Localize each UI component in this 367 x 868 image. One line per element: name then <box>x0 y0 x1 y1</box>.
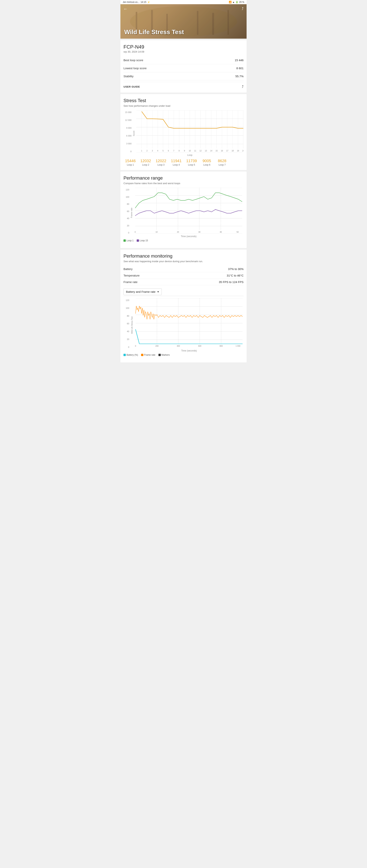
pm-legend-framerate-dot <box>141 354 143 356</box>
status-bar: Jen tísňová vo... 14:15 ⚡ 📶 ▲ 🔋 29 % <box>121 0 246 4</box>
loop-6-label: Loop 6 <box>200 163 214 166</box>
carrier-text: Jen tísňová vo... <box>123 1 139 3</box>
device-date: srp 30, 2024 14:09 <box>124 50 243 53</box>
loop-scores-row: 15446 Loop 1 12032 Loop 2 12022 Loop 3 1… <box>124 159 243 166</box>
hero-nav: ← ⤴ <box>121 6 246 11</box>
loop-item-2: 12032 Loop 2 <box>139 159 153 166</box>
legend-loop1-dot <box>124 240 126 242</box>
pr-y-120: 120 <box>126 189 129 191</box>
share-button[interactable]: ⤴ <box>242 6 243 11</box>
pm-legend-battery: Battery (%) <box>124 353 138 356</box>
battery-percent: 29 % <box>239 1 244 3</box>
performance-monitoring-card: Performance monitoring See what was happ… <box>121 250 246 362</box>
perf-range-legend: Loop 1 Loop 15 <box>124 239 243 242</box>
loop-7-score: 8628 <box>215 159 229 163</box>
loop-1-label: Loop 1 <box>124 163 137 166</box>
svg-rect-6 <box>228 10 229 35</box>
pr-x-axis-label: Time (seconds) <box>134 235 243 238</box>
svg-text:19: 19 <box>237 150 239 152</box>
stress-chart-area: 1 2 3 4 5 6 7 8 9 10 11 12 13 14 15 16 1 <box>136 110 243 156</box>
battery-icon: 🔋 <box>235 1 238 3</box>
pm-y-120: 120 <box>126 299 129 301</box>
status-time: 14:15 <box>140 1 146 3</box>
pr-y-60: 60 <box>127 210 129 213</box>
pr-y-80: 80 <box>127 203 129 205</box>
performance-range-card: Performance range Compare frame rates fr… <box>121 172 246 248</box>
svg-text:18: 18 <box>231 150 234 152</box>
loop-4-label: Loop 4 <box>169 163 183 166</box>
pr-y-axis-label: Frame rate <box>130 208 133 218</box>
svg-text:16: 16 <box>221 150 223 152</box>
framerate-row: Frame rate 35 FPS to 124 FPS <box>124 279 243 285</box>
pm-y-40: 40 <box>127 330 129 333</box>
loop-2-score: 12032 <box>139 159 153 163</box>
result-card: FCP-N49 srp 30, 2024 14:09 Best loop sco… <box>121 40 246 93</box>
lowest-loop-value: 8 601 <box>236 66 243 70</box>
temperature-row: Temperature 31°C to 46°C <box>124 272 243 279</box>
pm-legend: Battery (%) Frame rate Markers <box>124 353 243 356</box>
stress-test-subtitle: See how performance changes under load <box>124 104 243 107</box>
svg-text:15: 15 <box>215 150 218 152</box>
hero-section: ← ⤴ Wild Life Stress Test <box>121 4 246 39</box>
pm-y-80: 80 <box>127 315 129 317</box>
svg-text:9: 9 <box>184 150 185 152</box>
stability-row: Stability 55.7% <box>124 72 243 80</box>
pm-legend-markers: Markers <box>159 353 170 356</box>
svg-text:14: 14 <box>210 150 212 152</box>
pm-y-axis-label: Wild Life Stress Test <box>131 316 133 334</box>
svg-text:8: 8 <box>178 150 180 152</box>
wifi-icon: ▲ <box>232 1 235 3</box>
hero-title: Wild Life Stress Test <box>124 29 184 36</box>
pm-y-0-pm: 0 <box>128 346 129 348</box>
loop-item-1: 15446 Loop 1 <box>124 159 137 166</box>
svg-text:6: 6 <box>168 150 169 152</box>
dropdown-divider <box>124 296 243 296</box>
svg-text:7: 7 <box>173 150 174 152</box>
user-guide-share-icon[interactable]: ⤴ <box>242 85 243 89</box>
svg-text:20: 20 <box>242 150 243 152</box>
svg-text:0: 0 <box>135 345 136 347</box>
loop-5-score: 11739 <box>185 159 198 163</box>
perf-mon-subtitle: See what was happening inside your devic… <box>124 260 243 263</box>
svg-text:2: 2 <box>146 150 147 152</box>
loop-item-7: 8628 Loop 7 <box>215 159 229 166</box>
performance-range-chart: 120 100 80 60 40 20 0 Frame rate <box>124 188 243 242</box>
svg-text:600: 600 <box>198 345 201 347</box>
back-button[interactable]: ← <box>124 6 128 11</box>
pm-chart-area: 0 200 400 600 800 1 000 Time (seconds) <box>135 298 243 352</box>
svg-text:1 000: 1 000 <box>235 345 240 347</box>
loop-2-label: Loop 2 <box>139 163 153 166</box>
svg-text:800: 800 <box>220 345 223 347</box>
svg-text:4: 4 <box>157 150 158 152</box>
battery-value: 37% to 30% <box>228 267 243 271</box>
pr-y-20: 20 <box>127 224 129 227</box>
svg-text:13: 13 <box>205 150 207 152</box>
best-loop-value: 15 446 <box>235 59 243 62</box>
svg-text:0: 0 <box>135 231 136 233</box>
loop-item-6: 9005 Loop 6 <box>200 159 214 166</box>
svg-text:17: 17 <box>226 150 228 152</box>
pm-legend-framerate: Frame rate <box>141 353 156 356</box>
y-tick-3000: 3 000 <box>126 143 132 145</box>
battery-label: Battery <box>124 267 133 271</box>
svg-text:12: 12 <box>199 150 202 152</box>
stress-x-axis-label: Loop <box>136 154 243 156</box>
dropdown-label: Battery and Frame rate <box>126 290 156 293</box>
lowest-loop-row: Lowest loop score 8 601 <box>124 64 243 72</box>
best-loop-row: Best loop score 15 446 <box>124 56 243 64</box>
pm-y-20: 20 <box>127 338 129 340</box>
temperature-label: Temperature <box>124 274 139 277</box>
loop-3-label: Loop 3 <box>154 163 168 166</box>
user-guide-row[interactable]: USER GUIDE ⤴ <box>124 82 243 89</box>
dropdown-arrow-icon: ▼ <box>157 290 159 293</box>
legend-loop1: Loop 1 <box>124 239 134 242</box>
loop-5-label: Loop 5 <box>185 163 198 166</box>
legend-loop15-label: Loop 15 <box>140 239 148 242</box>
svg-rect-4 <box>197 11 198 35</box>
pm-y-60: 60 <box>127 322 129 325</box>
pm-legend-framerate-label: Frame rate <box>144 353 156 356</box>
legend-loop15-dot <box>137 240 139 242</box>
chart-type-dropdown[interactable]: Battery and Frame rate ▼ <box>124 288 162 295</box>
pm-legend-markers-label: Markers <box>162 353 170 356</box>
signal-icon: 📶 <box>229 1 232 3</box>
